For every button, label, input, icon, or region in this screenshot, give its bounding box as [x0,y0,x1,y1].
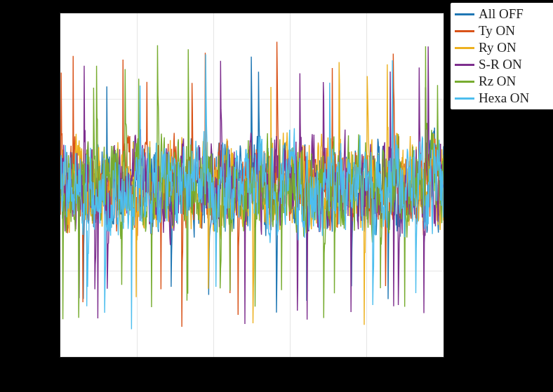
legend-label: Ry ON [479,39,517,56]
legend-label: Ty ON [479,22,515,39]
legend-item-ty-on: Ty ON [455,22,553,39]
legend-item-rz-on: Rz ON [455,73,553,90]
legend-item-ry-on: Ry ON [455,39,553,56]
legend: All OFF Ty ON Ry ON S-R ON Rz ON Hexa ON [451,3,553,109]
legend-item-sr-on: S-R ON [455,56,553,73]
plot-area [60,13,444,358]
legend-swatch-icon [455,97,474,100]
legend-label: Hexa ON [479,90,529,107]
legend-swatch-icon [455,81,474,83]
figure: All OFF Ty ON Ry ON S-R ON Rz ON Hexa ON [0,0,553,392]
legend-swatch-icon [455,64,474,66]
signal-canvas [60,13,444,357]
legend-label: S-R ON [479,56,522,73]
legend-label: All OFF [479,6,524,22]
legend-item-all-off: All OFF [455,6,553,22]
legend-item-hexa-on: Hexa ON [455,90,553,107]
legend-swatch-icon [455,30,474,32]
legend-swatch-icon [455,47,474,49]
legend-swatch-icon [455,13,474,15]
legend-label: Rz ON [479,73,516,90]
